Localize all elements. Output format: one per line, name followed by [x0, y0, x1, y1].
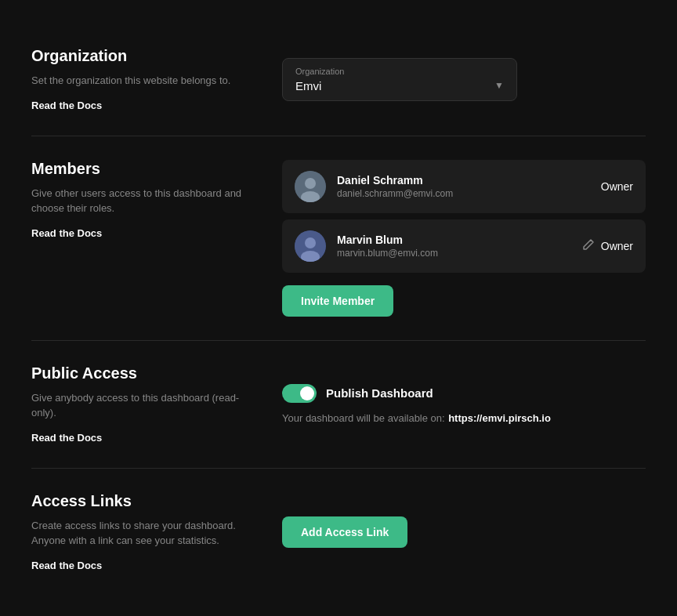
organization-right: Organization Emvi ▼: [282, 47, 646, 112]
member-role-daniel: Owner: [601, 180, 633, 193]
chevron-down-icon: ▼: [494, 80, 504, 91]
access-links-section: Access Links Create access links to shar…: [31, 469, 646, 596]
public-access-right: Publish Dashboard Your dashboard will be…: [282, 364, 646, 444]
invite-member-button[interactable]: Invite Member: [282, 285, 393, 317]
access-links-title: Access Links: [31, 492, 251, 510]
organization-left: Organization Set the organization this w…: [31, 47, 251, 112]
access-links-left: Access Links Create access links to shar…: [31, 492, 251, 572]
toggle-track: [282, 384, 317, 403]
publish-label: Publish Dashboard: [326, 386, 433, 400]
member-role-label-daniel: Owner: [601, 180, 633, 193]
avatar-ds-image: [295, 171, 326, 202]
avatar-mb-image: [295, 230, 326, 262]
organization-read-docs[interactable]: Read the Docs: [31, 100, 102, 111]
member-email-marvin: marvin.blum@emvi.com: [337, 248, 571, 259]
member-info-marvin: Marvin Blum marvin.blum@emvi.com: [337, 234, 571, 259]
publish-row: Publish Dashboard: [282, 384, 646, 403]
svg-point-4: [305, 237, 316, 248]
organization-value-row: Emvi ▼: [295, 79, 504, 92]
public-access-description: Give anybody access to this dashboard (r…: [31, 390, 251, 421]
access-links-description: Create access links to share your dashbo…: [31, 518, 251, 549]
member-info-daniel: Daniel Schramm daniel.schramm@emvi.com: [337, 174, 590, 199]
public-access-title: Public Access: [31, 364, 251, 382]
member-email-daniel: daniel.schramm@emvi.com: [337, 188, 590, 199]
organization-value: Emvi: [295, 79, 321, 92]
publish-url-row: Your dashboard will be available on: htt…: [282, 411, 646, 425]
members-description: Give other users access to this dashboar…: [31, 186, 251, 216]
organization-section: Organization Set the organization this w…: [31, 24, 646, 136]
members-read-docs[interactable]: Read the Docs: [31, 227, 102, 239]
public-access-read-docs[interactable]: Read the Docs: [31, 432, 102, 444]
organization-dropdown-label: Organization: [295, 67, 504, 76]
member-name-marvin: Marvin Blum: [337, 234, 571, 246]
access-links-right: Add Access Link: [282, 492, 646, 572]
edit-icon-marvin: [582, 238, 595, 253]
members-left: Members Give other users access to this …: [31, 160, 251, 317]
members-section: Members Give other users access to this …: [31, 136, 646, 341]
public-access-section: Public Access Give anybody access to thi…: [31, 341, 646, 469]
organization-title: Organization: [31, 47, 251, 65]
publish-url-link[interactable]: https://emvi.pirsch.io: [448, 412, 551, 424]
organization-dropdown[interactable]: Organization Emvi ▼: [282, 58, 517, 101]
member-role-marvin[interactable]: Owner: [582, 238, 633, 253]
organization-description: Set the organization this website belong…: [31, 73, 251, 89]
publish-url-prefix: Your dashboard will be available on:: [282, 412, 445, 424]
member-card-daniel: Daniel Schramm daniel.schramm@emvi.com O…: [282, 160, 646, 213]
avatar-daniel: [295, 171, 326, 202]
public-access-left: Public Access Give anybody access to thi…: [31, 364, 251, 444]
access-links-read-docs[interactable]: Read the Docs: [31, 560, 102, 571]
publish-toggle[interactable]: [282, 384, 317, 403]
add-access-link-button[interactable]: Add Access Link: [282, 516, 407, 548]
members-title: Members: [31, 160, 251, 178]
svg-point-1: [305, 178, 316, 189]
member-role-label-marvin: Owner: [601, 240, 633, 252]
member-name-daniel: Daniel Schramm: [337, 174, 590, 187]
members-right: Daniel Schramm daniel.schramm@emvi.com O…: [282, 160, 646, 317]
member-card-marvin: Marvin Blum marvin.blum@emvi.com Owner: [282, 219, 646, 273]
avatar-marvin: [295, 230, 326, 262]
toggle-thumb: [300, 386, 314, 400]
